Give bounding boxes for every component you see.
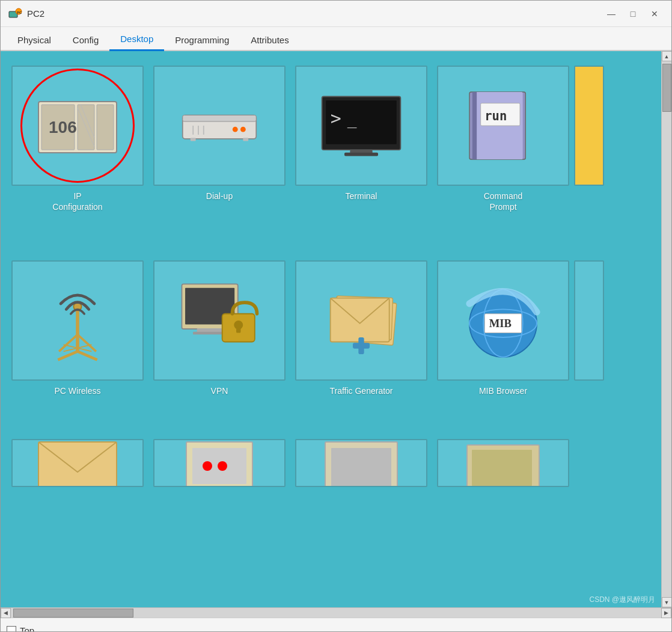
grid-item-mib-browser[interactable]: MIB MIB Browser <box>432 253 574 406</box>
partial-icon-box-3 <box>295 439 427 487</box>
svg-rect-64 <box>472 450 532 486</box>
svg-rect-18 <box>243 138 248 141</box>
tab-attributes[interactable]: Attributes <box>240 28 299 51</box>
tab-config[interactable]: Config <box>62 28 109 51</box>
tab-bar: Physical Config Desktop Programming Attr… <box>1 27 671 51</box>
svg-line-34 <box>78 352 97 360</box>
svg-rect-50 <box>358 337 364 354</box>
ip-config-icon-box: 106 <box>11 66 144 186</box>
grid-partial-right-2 <box>574 253 604 381</box>
grid-item-ip-config[interactable]: 106 IPConfiguration <box>7 58 148 222</box>
svg-text:>: > <box>331 108 341 129</box>
grid-item-command-prompt[interactable]: run CommandPrompt <box>432 58 574 222</box>
grid-item-traffic-generator[interactable]: Traffic Generator <box>290 253 432 406</box>
app-icon: PC <box>8 7 22 21</box>
traffic-generator-icon <box>319 278 403 363</box>
titlebar: PC PC2 — □ ✕ <box>1 1 671 27</box>
vpn-label: VPN <box>211 385 228 396</box>
tab-programming[interactable]: Programming <box>164 28 240 51</box>
svg-text:run: run <box>484 109 507 123</box>
grid-partial-right-1 <box>574 58 604 186</box>
grid-row-1: 106 IPConfiguration <box>1 51 661 222</box>
pc-wireless-label: PC Wireless <box>54 385 100 396</box>
scroll-up-button[interactable]: ▲ <box>662 51 672 61</box>
svg-rect-56 <box>38 442 117 487</box>
grid-item-vpn[interactable]: VPN <box>148 253 290 406</box>
command-prompt-label: CommandPrompt <box>484 191 523 212</box>
dialup-icon <box>177 84 261 168</box>
command-prompt-icon-box: run <box>437 66 569 186</box>
top-label: Top <box>20 625 34 632</box>
svg-rect-24 <box>344 153 378 156</box>
svg-text:_: _ <box>347 110 357 129</box>
svg-rect-62 <box>331 448 391 487</box>
traffic-generator-icon-box <box>295 260 427 381</box>
svg-rect-11 <box>183 115 257 122</box>
svg-point-12 <box>233 127 238 132</box>
window-title: PC2 <box>27 8 44 19</box>
svg-text:PC: PC <box>17 10 22 14</box>
mib-browser-icon-box: MIB <box>437 260 569 381</box>
vertical-scrollbar[interactable]: ▲ ▼ <box>661 51 671 607</box>
grid-item-partial-1[interactable] <box>7 432 148 487</box>
command-prompt-icon: run <box>461 84 545 168</box>
svg-rect-30 <box>575 67 604 186</box>
pc-wireless-icon <box>35 278 120 363</box>
grid-item-pc-wireless[interactable]: PC Wireless <box>7 253 148 406</box>
terminal-icon: > _ <box>319 84 403 168</box>
scroll-right-button[interactable]: ▶ <box>661 608 671 618</box>
tab-desktop[interactable]: Desktop <box>109 28 164 51</box>
mib-browser-label: MIB Browser <box>479 385 527 396</box>
bottom-bar: Top <box>1 618 671 632</box>
terminal-icon-box: > _ <box>295 66 427 186</box>
scroll-thumb-v[interactable] <box>662 64 671 112</box>
traffic-generator-label: Traffic Generator <box>329 385 393 396</box>
top-checkbox[interactable] <box>7 626 16 633</box>
main-area: 106 IPConfiguration <box>1 51 671 607</box>
pc-wireless-icon-box <box>11 260 144 381</box>
minimize-button[interactable]: — <box>602 7 621 21</box>
scroll-left-button[interactable]: ◀ <box>1 608 11 618</box>
desktop-content: 106 IPConfiguration <box>1 51 661 607</box>
scroll-thumb-h[interactable] <box>13 609 133 618</box>
mib-browser-icon: MIB <box>461 278 545 363</box>
watermark: CSDN @遨风醉明月 <box>589 595 655 605</box>
partial-icon-1 <box>575 67 604 186</box>
partial-icon-3-svg <box>319 439 403 487</box>
close-button[interactable]: ✕ <box>645 7 664 21</box>
horizontal-scrollbar[interactable]: ◀ ▶ <box>1 607 671 618</box>
svg-point-13 <box>240 127 246 132</box>
partial-icon-1-svg <box>35 439 120 487</box>
grid-item-terminal[interactable]: > _ Terminal <box>290 58 432 211</box>
grid-item-dialup[interactable]: Dial-up <box>148 58 290 211</box>
grid-row-2: PC Wireless <box>1 246 661 406</box>
partial-icon-4-svg <box>461 439 545 487</box>
maximize-button[interactable]: □ <box>623 7 643 21</box>
titlebar-left: PC PC2 <box>8 7 44 21</box>
scroll-track-v[interactable] <box>662 61 671 597</box>
grid-item-partial-3[interactable] <box>290 432 432 487</box>
terminal-label: Terminal <box>346 191 377 201</box>
svg-rect-27 <box>472 92 477 159</box>
ip-config-label: IPConfiguration <box>52 191 102 212</box>
tab-physical[interactable]: Physical <box>7 28 62 51</box>
partial-icon-box-4 <box>437 439 569 487</box>
dialup-icon-box <box>153 66 286 186</box>
svg-text:106: 106 <box>49 118 77 137</box>
svg-point-60 <box>218 461 227 471</box>
scroll-down-button[interactable]: ▼ <box>662 597 672 607</box>
grid-item-partial-2[interactable] <box>148 432 290 487</box>
svg-rect-6 <box>97 105 114 150</box>
grid-row-3-partial <box>1 425 661 487</box>
svg-rect-17 <box>191 138 196 141</box>
dialup-label: Dial-up <box>206 191 233 201</box>
ip-config-icon: 106 <box>35 84 120 168</box>
grid-item-partial-4[interactable] <box>432 432 574 487</box>
svg-line-33 <box>58 352 78 360</box>
partial-icon-box-2 <box>153 439 286 487</box>
window-controls: — □ ✕ <box>602 7 664 21</box>
scroll-track-h[interactable] <box>11 608 661 618</box>
vpn-icon-box <box>153 260 286 381</box>
vpn-icon <box>177 278 261 363</box>
svg-rect-45 <box>236 325 240 333</box>
